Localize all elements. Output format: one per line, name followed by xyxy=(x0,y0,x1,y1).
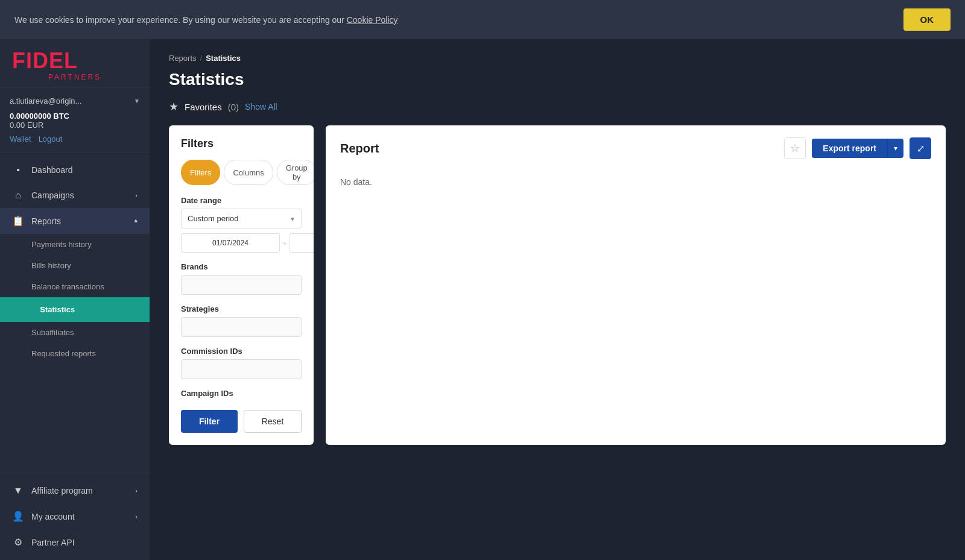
report-layout: Filters Filters Columns Group by Date ra… xyxy=(169,125,946,445)
brands-label: Brands xyxy=(181,262,302,271)
account-icon: 👤 xyxy=(12,511,24,522)
favorites-label: Favorites xyxy=(185,102,222,112)
sidebar-item-requested-reports[interactable]: Requested reports xyxy=(0,343,150,364)
sidebar-item-statistics[interactable]: Statistics xyxy=(0,297,150,322)
dashboard-icon: ▪ xyxy=(12,165,24,175)
breadcrumb-current: Statistics xyxy=(206,54,241,63)
report-star-button[interactable]: ☆ xyxy=(784,137,806,159)
sidebar-nav: ▪ Dashboard ⌂ Campaigns › 📋 Reports ▾ Pa… xyxy=(0,153,150,473)
sidebar-item-balance-transactions[interactable]: Balance transactions xyxy=(0,276,150,297)
chevron-right-icon: › xyxy=(135,192,138,199)
export-button-group: Export report ▾ xyxy=(812,139,903,158)
reset-button[interactable]: Reset xyxy=(244,410,302,433)
chevron-right-icon: › xyxy=(135,487,138,494)
report-panel: Report ☆ Export report ▾ ⤢ No data. xyxy=(326,125,946,445)
campaign-ids-label: Campaign IDs xyxy=(181,389,302,398)
content-area: Reports / Statistics Statistics ★ Favori… xyxy=(150,39,965,560)
date-end-input[interactable] xyxy=(290,233,314,253)
sidebar-item-my-account[interactable]: 👤 My account › xyxy=(0,503,150,529)
logo-fidel: FIDEL xyxy=(12,50,138,72)
reports-icon: 📋 xyxy=(12,215,24,227)
sidebar-item-label: Affiliate program xyxy=(31,486,93,496)
sidebar-item-label: Dashboard xyxy=(31,165,73,175)
sidebar-item-affiliate-program[interactable]: ▼ Affiliate program › xyxy=(0,478,150,503)
logo-partners: PARTNERS xyxy=(12,73,138,81)
filter-button[interactable]: Filter xyxy=(181,410,238,433)
page-title: Statistics xyxy=(169,70,946,89)
chevron-down-icon: ▾ xyxy=(134,217,138,225)
export-dropdown-button[interactable]: ▾ xyxy=(887,139,903,158)
sidebar-item-bills-history[interactable]: Bills history xyxy=(0,255,150,276)
sidebar-item-label: Partner API xyxy=(31,538,75,547)
sidebar-bottom: ▼ Affiliate program › 👤 My account › ⚙ P… xyxy=(0,473,150,560)
filters-panel-title: Filters xyxy=(181,137,302,150)
report-actions: ☆ Export report ▾ ⤢ xyxy=(784,137,931,159)
btc-balance: 0.00000000 BTC xyxy=(10,112,140,121)
date-range-label: Date range xyxy=(181,196,302,205)
report-header: Report ☆ Export report ▾ ⤢ xyxy=(340,137,931,159)
strategies-section: Strategies xyxy=(181,304,302,337)
affiliate-icon: ▼ xyxy=(12,485,24,496)
commission-ids-label: Commission IDs xyxy=(181,347,302,356)
sidebar-item-partner-api[interactable]: ⚙ Partner API xyxy=(0,529,150,555)
cookie-banner: We use cookies to improve your experienc… xyxy=(0,0,965,39)
cookie-message: We use cookies to improve your experienc… xyxy=(14,15,894,25)
user-section: a.tiutiareva@origin... ▼ 0.00000000 BTC … xyxy=(0,88,150,153)
filter-tab-group-by[interactable]: Group by xyxy=(277,160,314,185)
show-all-link[interactable]: Show All xyxy=(245,102,277,112)
chevron-right-icon: › xyxy=(135,513,138,520)
filters-panel: Filters Filters Columns Group by Date ra… xyxy=(169,125,314,445)
user-balance: 0.00000000 BTC 0.00 EUR xyxy=(10,112,140,130)
sidebar-item-reports[interactable]: 📋 Reports ▾ xyxy=(0,208,150,234)
commission-ids-section: Commission IDs xyxy=(181,347,302,379)
sidebar-item-payments-history[interactable]: Payments history xyxy=(0,234,150,255)
export-report-button[interactable]: Export report xyxy=(812,139,887,158)
favorites-count: (0) xyxy=(228,102,239,112)
no-data-message: No data. xyxy=(340,171,931,193)
campaigns-icon: ⌂ xyxy=(12,190,24,201)
date-range-section: Date range Custom period - xyxy=(181,196,302,253)
filter-tab-columns[interactable]: Columns xyxy=(224,160,273,185)
filter-actions: Filter Reset xyxy=(181,410,302,433)
filter-tab-filters[interactable]: Filters xyxy=(181,160,220,185)
brands-section: Brands xyxy=(181,262,302,295)
date-period-wrapper: Custom period xyxy=(181,209,302,228)
user-email-dropdown[interactable]: a.tiutiareva@origin... ▼ xyxy=(10,96,140,105)
strategies-input[interactable] xyxy=(181,317,302,337)
user-links: Wallet Logout xyxy=(10,134,140,143)
favorites-row: ★ Favorites (0) Show All xyxy=(169,100,946,113)
commission-ids-input[interactable] xyxy=(181,359,302,379)
breadcrumb: Reports / Statistics xyxy=(169,54,946,63)
sidebar-logo: FIDEL PARTNERS xyxy=(0,39,150,88)
filter-tabs: Filters Columns Group by xyxy=(181,160,302,185)
sidebar-item-label: Reports xyxy=(31,216,61,226)
sidebar-item-label: Campaigns xyxy=(31,190,74,200)
report-title: Report xyxy=(340,142,379,156)
date-start-input[interactable] xyxy=(181,233,280,253)
sidebar-item-label: My account xyxy=(31,512,75,521)
user-email-text: a.tiutiareva@origin... xyxy=(10,96,81,105)
sidebar-item-subaffiliates[interactable]: Subaffiliates xyxy=(0,322,150,343)
strategies-label: Strategies xyxy=(181,304,302,313)
date-period-select[interactable]: Custom period xyxy=(181,209,302,228)
sidebar-item-dashboard[interactable]: ▪ Dashboard xyxy=(0,157,150,183)
wallet-link[interactable]: Wallet xyxy=(10,134,31,143)
chevron-down-icon: ▼ xyxy=(134,98,140,104)
cookie-policy-link[interactable]: Cookie Policy xyxy=(347,15,398,25)
brands-input[interactable] xyxy=(181,275,302,295)
eur-balance: 0.00 EUR xyxy=(10,121,140,130)
logout-link[interactable]: Logout xyxy=(39,134,63,143)
breadcrumb-parent[interactable]: Reports xyxy=(169,54,197,63)
api-icon: ⚙ xyxy=(12,536,24,548)
favorites-star-icon: ★ xyxy=(169,100,179,113)
sidebar-item-campaigns[interactable]: ⌂ Campaigns › xyxy=(0,183,150,208)
breadcrumb-separator: / xyxy=(200,54,203,63)
date-separator: - xyxy=(283,239,286,248)
date-range-inputs: - xyxy=(181,233,302,253)
sidebar: FIDEL PARTNERS a.tiutiareva@origin... ▼ … xyxy=(0,39,150,560)
campaign-ids-section: Campaign IDs xyxy=(181,389,302,398)
cookie-ok-button[interactable]: OK xyxy=(903,8,951,31)
expand-report-button[interactable]: ⤢ xyxy=(910,137,931,159)
